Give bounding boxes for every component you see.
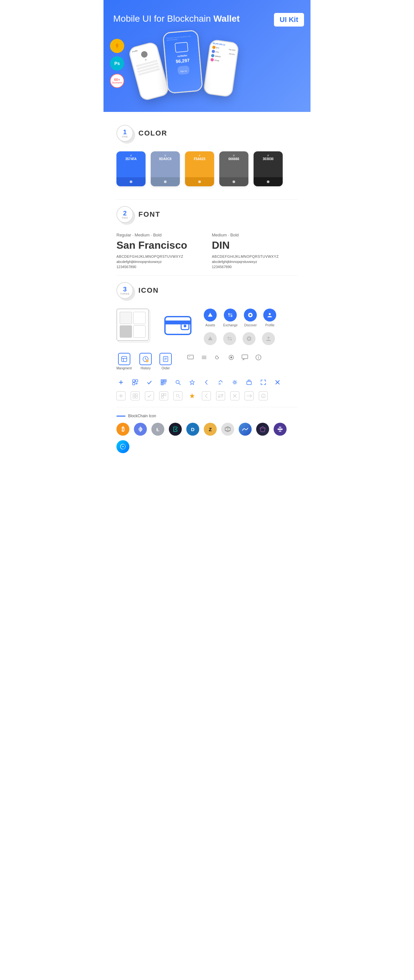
icon-number: 3 THREE [116, 282, 133, 299]
order-label: Order [161, 366, 170, 370]
svg-rect-51 [164, 383, 165, 384]
color-title: COLOR [139, 129, 167, 137]
svg-point-35 [258, 356, 259, 356]
font-sf-style: Regular · Medium · Bold [116, 232, 202, 237]
svg-rect-48 [162, 383, 163, 384]
icon-history: History [139, 353, 152, 370]
grid-icon-grey [131, 391, 140, 401]
color-word: ONE [122, 135, 128, 138]
grid-edit-icon [131, 378, 140, 387]
crypto-icons-row: ₿ Ł D Z [116, 423, 298, 453]
profile-icon-circle [263, 309, 276, 321]
svg-rect-50 [165, 383, 166, 383]
font-grid: Regular · Medium · Bold San Francisco AB… [116, 232, 298, 269]
svg-line-54 [179, 383, 180, 385]
svg-rect-95 [279, 431, 282, 432]
arrows-icon-grey [216, 391, 225, 401]
hero-title: Mobile UI for Blockchain Wallet [113, 13, 301, 25]
svg-rect-94 [279, 426, 282, 428]
wf-cell-1 [119, 312, 132, 324]
eth-icon [134, 423, 147, 436]
svg-rect-40 [132, 383, 135, 385]
ui-kit-badge: UI Kit [274, 13, 304, 27]
svg-point-72 [176, 394, 179, 397]
svg-point-8 [249, 314, 251, 316]
font-num: 2 [123, 210, 126, 216]
discover-label: Discover [244, 323, 257, 327]
font-sf-numbers: 1234567890 [116, 265, 202, 269]
color-swatch-dark: # 303030 [253, 151, 283, 186]
svg-rect-93 [277, 428, 283, 430]
wf-cell-4 [133, 325, 145, 338]
search-icon-grey [174, 391, 182, 401]
color-swatch-blue: # 3574FA [116, 151, 145, 186]
small-icons-grey-row [116, 391, 298, 401]
profile-icon-grey [262, 332, 275, 345]
wf-cell-3 [119, 325, 132, 338]
phone-right: $6,297,502.12 BTC 738-2003 ETH 564,912 [203, 39, 239, 98]
icon-main-row: Assets Exchange Discover [116, 309, 298, 345]
chevron-left-grey [202, 391, 211, 401]
assets-icon-grey [204, 332, 217, 345]
font-title: FONT [139, 210, 161, 219]
misc-icons-row [186, 353, 263, 362]
svg-marker-74 [190, 394, 194, 398]
close-icon-blue [273, 378, 282, 387]
font-sf-name: San Francisco [116, 239, 202, 251]
wallet-icon-colored [163, 310, 193, 339]
color-swatch-grayblue: # 8DA0C8 [151, 151, 180, 186]
plus-icon-grey [116, 391, 126, 401]
font-section-header: 2 TWO FONT [116, 206, 298, 223]
font-din-upper: ABCDEFGHIJKLMNOPQRSTUVWXYZ [212, 255, 298, 258]
svg-point-82 [263, 395, 264, 396]
svg-rect-68 [135, 396, 137, 398]
icon-wireframe-wrap [116, 309, 152, 344]
icon-order: Order [159, 353, 172, 370]
svg-point-12 [248, 338, 250, 340]
icon-num: 3 [123, 286, 126, 293]
svg-rect-39 [135, 380, 138, 382]
icon-exchange: Exchange [223, 309, 237, 327]
hero-title-bold: Wallet [213, 14, 240, 24]
svg-rect-60 [247, 381, 251, 385]
icon-title: ICON [139, 286, 159, 295]
svg-rect-65 [133, 394, 135, 396]
font-din: Medium · Bold DIN ABCDEFGHIJKLMNOPQRSTUV… [212, 232, 298, 269]
svg-point-31 [230, 356, 232, 358]
font-din-style: Medium · Bold [212, 232, 298, 237]
color-num: 1 [123, 129, 126, 135]
info-icon-grey [259, 391, 268, 401]
icon-assets: Assets [204, 309, 217, 327]
font-word: TWO [122, 216, 128, 219]
nav-icons-colored: Assets Exchange Discover [204, 309, 276, 327]
color-number: 1 ONE [116, 125, 133, 142]
svg-marker-83 [140, 426, 143, 430]
font-din-name: DIN [212, 239, 298, 251]
check-icon-grey [145, 391, 154, 401]
management-label: Mangment [116, 366, 132, 370]
settings-icon-blue [230, 378, 239, 387]
svg-rect-71 [161, 396, 163, 398]
blockchain-line [116, 415, 126, 417]
discover-icon-circle [244, 309, 257, 321]
layers-icon [199, 353, 209, 362]
icon-discover: Discover [244, 309, 257, 327]
svg-rect-46 [165, 380, 166, 381]
moon-icon [213, 353, 222, 362]
exchange-icon-grey [223, 332, 236, 345]
nav-icons-wrap: Assets Exchange Discover [204, 309, 276, 345]
svg-rect-67 [133, 396, 135, 398]
expand-icon-blue [259, 378, 268, 387]
qr-icon-grey [159, 391, 168, 401]
wf-cell-2 [133, 312, 145, 324]
svg-rect-14 [122, 356, 127, 361]
svg-line-73 [179, 397, 180, 398]
svg-marker-6 [208, 313, 212, 317]
chevron-left-icon [202, 378, 211, 387]
hero-section: Mobile UI for Blockchain Wallet UI Kit P… [104, 0, 310, 112]
star-icon-blue [188, 378, 197, 387]
info-icon [254, 353, 263, 362]
ltc-icon: Ł [151, 423, 164, 436]
phone-center: Character may be mastered in the good mo… [162, 30, 203, 94]
profile-label: Profile [265, 323, 274, 327]
